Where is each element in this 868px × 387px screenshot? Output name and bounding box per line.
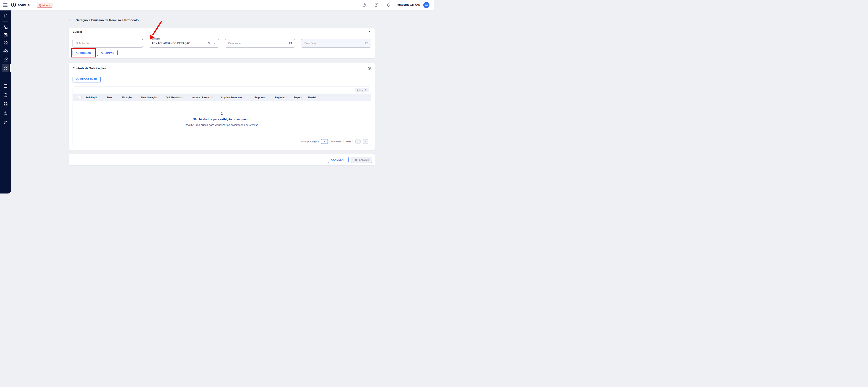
situacao-select[interactable]: Situação AG - AGUARDANDO GERAÇÃO bbox=[149, 39, 219, 47]
programar-button[interactable]: PROGRAMAR bbox=[72, 76, 100, 82]
acoes-button[interactable]: Ações bbox=[354, 88, 369, 93]
cancelar-button[interactable]: CANCELAR bbox=[328, 157, 349, 163]
top-bar-actions: EDWARD WILSON EW bbox=[354, 2, 429, 8]
table-header-row: Solicitação▲▼Data▲▼Situação▲▼Data Situaç… bbox=[73, 94, 371, 101]
empty-state-subtitle: Realize uma busca para visualizar as sol… bbox=[185, 124, 259, 127]
calendar-icon[interactable] bbox=[365, 42, 368, 45]
page-header: Geração e Emissão de Reaviso e Protocolo bbox=[69, 18, 375, 22]
sort-icon: ▲▼ bbox=[183, 96, 184, 98]
home-icon bbox=[3, 13, 8, 18]
column-header-arquivo-protocolo[interactable]: Arquivo Protocolo▲▼ bbox=[219, 96, 253, 99]
select-all-checkbox[interactable] bbox=[78, 96, 82, 99]
page-title: Geração e Emissão de Reaviso e Protocolo bbox=[75, 19, 139, 22]
search-icon bbox=[76, 51, 79, 54]
rows-per-page-input[interactable]: 5 bbox=[321, 139, 328, 144]
sidebar-item-apps-2[interactable] bbox=[0, 57, 11, 63]
control-panel-title: Controle de Solicitações bbox=[72, 67, 106, 70]
apps-2-icon bbox=[3, 57, 8, 62]
data-inicial-input[interactable] bbox=[228, 42, 289, 45]
sort-icon: ▲▼ bbox=[318, 96, 319, 98]
empty-state-title: Não há dados para exibição no momento. bbox=[193, 118, 251, 121]
solicitacao-input[interactable] bbox=[75, 42, 140, 45]
kebab-menu-icon bbox=[364, 89, 367, 92]
sidebar-item-archive-box[interactable] bbox=[0, 33, 11, 38]
sidebar-item-ban[interactable] bbox=[0, 93, 11, 98]
next-page-button[interactable] bbox=[363, 139, 368, 144]
column-header-qtd-reavisos[interactable]: Qtd. Reavisos▲▼ bbox=[164, 96, 191, 99]
sort-icon: ▲▼ bbox=[212, 96, 213, 98]
sidebar-item-apps-3[interactable] bbox=[0, 65, 11, 71]
situacao-value: AG - AGUARDANDO GERAÇÃO bbox=[152, 42, 190, 44]
previous-page-button[interactable] bbox=[355, 139, 361, 144]
refresh-icon bbox=[220, 111, 224, 115]
sort-icon: ▲▼ bbox=[113, 96, 115, 98]
search-panel: Buscar Situação AG - AGUARDANDO GERAÇÃO bbox=[69, 28, 375, 58]
table-empty-state: Não há dados para exibição no momento. R… bbox=[73, 101, 371, 137]
sidebar-divider bbox=[2, 22, 8, 22]
pagination-bar: Linhas por página 5 Mostrando 0 - 0 de 0 bbox=[73, 137, 371, 146]
collapse-chevron-up-icon[interactable] bbox=[368, 30, 371, 34]
sidebar-item-apps-4[interactable] bbox=[0, 102, 11, 107]
data-final-input[interactable] bbox=[304, 42, 365, 45]
sidebar-item-apps[interactable] bbox=[0, 41, 11, 46]
column-header-data[interactable]: Data▲▼ bbox=[106, 96, 120, 99]
sort-icon: ▲▼ bbox=[286, 96, 287, 98]
menu-icon[interactable] bbox=[3, 3, 7, 7]
chevron-right-icon bbox=[364, 140, 367, 142]
data-final-field bbox=[301, 39, 371, 47]
salvar-button[interactable]: SALVAR bbox=[351, 157, 372, 163]
sidebar-nav bbox=[0, 10, 11, 194]
sort-icon: ▲▼ bbox=[133, 96, 134, 98]
somus-logo: somus . bbox=[11, 3, 31, 7]
user-name: EDWARD WILSON bbox=[397, 4, 420, 7]
sort-icon: ▲▼ bbox=[158, 96, 159, 98]
column-header-situacao[interactable]: Situação▲▼ bbox=[120, 96, 140, 99]
sort-icon: ▲▼ bbox=[266, 96, 267, 98]
buscar-button[interactable]: BUSCAR bbox=[72, 50, 94, 56]
top-bar: somus . Qualidade EDWARD WILSON EW bbox=[0, 0, 434, 10]
create-note-icon[interactable] bbox=[374, 3, 378, 7]
logo-text: somus bbox=[18, 3, 30, 7]
column-header-etapa[interactable]: Etapa▼ bbox=[292, 96, 307, 99]
main-area: Geração e Emissão de Reaviso e Protocolo… bbox=[11, 10, 434, 194]
rows-per-page-label: Linhas por página bbox=[300, 140, 319, 143]
column-header-empresa[interactable]: Empresa▲▼ bbox=[253, 96, 274, 99]
clear-x-icon[interactable] bbox=[208, 42, 210, 44]
avatar[interactable]: EW bbox=[423, 2, 429, 8]
clear-x-icon bbox=[100, 51, 103, 54]
sort-icon: ▲▼ bbox=[243, 96, 244, 98]
calendar-icon[interactable] bbox=[289, 42, 292, 45]
chevron-down-icon[interactable] bbox=[213, 42, 216, 44]
back-arrow-icon[interactable] bbox=[69, 18, 72, 22]
column-header-regional[interactable]: Regional▲▼ bbox=[274, 96, 292, 99]
data-inicial-field bbox=[225, 39, 295, 47]
search-panel-title: Buscar bbox=[72, 30, 82, 33]
help-icon[interactable] bbox=[362, 3, 367, 7]
column-header-arquivo-reaviso[interactable]: Arquivo Reaviso▲▼ bbox=[191, 96, 219, 99]
sidebar-item-edit[interactable] bbox=[0, 120, 11, 125]
sidebar-item-history[interactable] bbox=[0, 111, 11, 116]
column-header-usuario[interactable]: Usuário▲▼ bbox=[307, 96, 327, 99]
environment-badge: Qualidade bbox=[37, 3, 53, 7]
square-slash-icon bbox=[3, 83, 8, 89]
archive-box-icon bbox=[3, 33, 8, 37]
sort-desc-icon: ▼ bbox=[301, 97, 303, 99]
sidebar-item-user-home[interactable] bbox=[0, 24, 11, 30]
calendar-icon bbox=[76, 78, 79, 81]
column-header-data-situacao[interactable]: Data Situação▲▼ bbox=[140, 96, 164, 99]
floppy-disk-icon bbox=[354, 158, 358, 161]
apps-icon bbox=[3, 41, 8, 46]
apps-3-icon bbox=[3, 65, 8, 70]
limpar-button[interactable]: LIMPAR bbox=[97, 50, 118, 56]
column-header-solicitacao[interactable]: Solicitação▲▼ bbox=[84, 96, 106, 99]
user-home-icon bbox=[3, 25, 8, 29]
sidebar-active-indicator bbox=[10, 64, 11, 72]
solicitacoes-table: Ações Solicitação▲▼Data▲▼Situação▲▼Data … bbox=[72, 86, 371, 146]
notifications-bell-icon[interactable] bbox=[386, 3, 391, 7]
info-icon[interactable] bbox=[368, 67, 371, 70]
ban-icon bbox=[3, 93, 8, 98]
solicitacao-field bbox=[72, 39, 143, 47]
sidebar-item-home[interactable] bbox=[0, 13, 11, 18]
sidebar-item-square-slash[interactable] bbox=[0, 83, 11, 89]
sidebar-item-broadcast[interactable] bbox=[0, 49, 11, 54]
